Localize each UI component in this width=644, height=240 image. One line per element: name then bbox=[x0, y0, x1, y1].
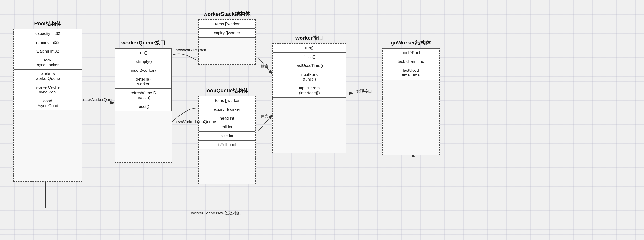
worker-title: worker接口 bbox=[296, 35, 323, 42]
pool-field-5: workersworkerQueue bbox=[14, 70, 82, 83]
diagram-container: Pool结构体 capacity int32 running int32 wai… bbox=[0, 0, 644, 240]
workerqueue-struct-box: workerQueue接口 len() isEmpty() insert(wor… bbox=[115, 48, 172, 163]
pool-title: Pool结构体 bbox=[34, 20, 62, 27]
gw-field-1: pool *Pool bbox=[383, 48, 439, 57]
w-method-5: inputParam(interface{}) bbox=[273, 84, 346, 98]
lq-field-5: size int bbox=[199, 132, 255, 141]
w-method-4: inputFunc(func()) bbox=[273, 70, 346, 84]
ws-field-1: items []worker bbox=[199, 20, 255, 29]
goworker-struct-box: goWorker结构体 pool *Pool task chan func la… bbox=[382, 48, 440, 155]
wq-method-6: reset() bbox=[115, 102, 172, 111]
pool-field-7: cond*sync.Cond bbox=[14, 97, 82, 110]
gw-field-2: task chan func bbox=[383, 57, 439, 66]
pool-field-2: running int32 bbox=[14, 38, 82, 47]
lq-field-2: expiry []worker bbox=[199, 105, 255, 114]
workerstack-struct-box: workerStack结构体 items []worker expiry []w… bbox=[198, 19, 256, 65]
baohan1-label: 包含 bbox=[260, 63, 268, 69]
wq-method-2: isEmpty() bbox=[115, 57, 172, 66]
lq-field-6: isFull bool bbox=[199, 141, 255, 149]
new-worker-queue-label: newWorkerQueue bbox=[83, 98, 116, 102]
wq-method-3: insert(worker) bbox=[115, 66, 172, 75]
workerqueue-title: workerQueue接口 bbox=[121, 39, 166, 46]
new-worker-loop-queue-label: newWorkerLoopQueue bbox=[174, 120, 216, 124]
workercache-new-label: workerCache.New创建对象 bbox=[191, 210, 240, 216]
pool-field-3: waiting int32 bbox=[14, 47, 82, 56]
loopqueue-title: loopQueue结构体 bbox=[206, 87, 249, 94]
pool-field-1: capacity int32 bbox=[14, 29, 82, 38]
wq-method-1: len() bbox=[115, 48, 172, 57]
shixian-label: 实现接口 bbox=[356, 88, 372, 94]
workerstack-title: workerStack结构体 bbox=[204, 11, 250, 18]
goworker-title: goWorker结构体 bbox=[391, 39, 431, 46]
w-method-1: run() bbox=[273, 44, 346, 53]
wq-method-5: refresh(time.Duration) bbox=[115, 89, 172, 102]
pool-struct-box: Pool结构体 capacity int32 running int32 wai… bbox=[13, 29, 82, 182]
baohan2-label: 包含 bbox=[260, 114, 268, 119]
ws-field-2: expiry []worker bbox=[199, 29, 255, 38]
gw-field-3: lastUsedtime.Time bbox=[383, 66, 439, 80]
pool-field-6: workerCachesync.Pool bbox=[14, 83, 82, 97]
wq-method-4: detech()worker bbox=[115, 75, 172, 89]
lq-field-1: items []worker bbox=[199, 96, 255, 105]
worker-struct-box: worker接口 run() finish() lastUsedTime() i… bbox=[272, 43, 346, 153]
new-worker-stack-label: newWorkerStack bbox=[176, 48, 206, 53]
w-method-2: finish() bbox=[273, 53, 346, 61]
loopqueue-struct-box: loopQueue结构体 items []worker expiry []wor… bbox=[198, 96, 256, 184]
pool-field-4: locksync.Locker bbox=[14, 56, 82, 70]
w-method-3: lastUsedTime() bbox=[273, 61, 346, 70]
